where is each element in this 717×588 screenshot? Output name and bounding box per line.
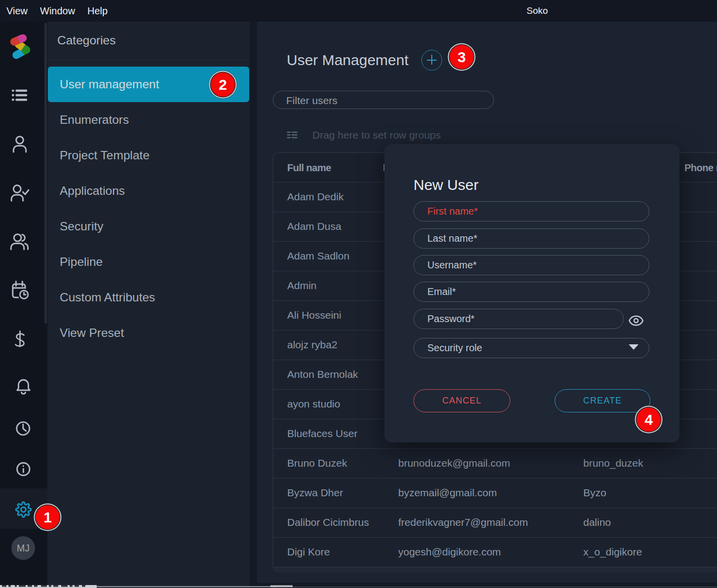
svg-text:MJ: MJ bbox=[17, 543, 30, 553]
